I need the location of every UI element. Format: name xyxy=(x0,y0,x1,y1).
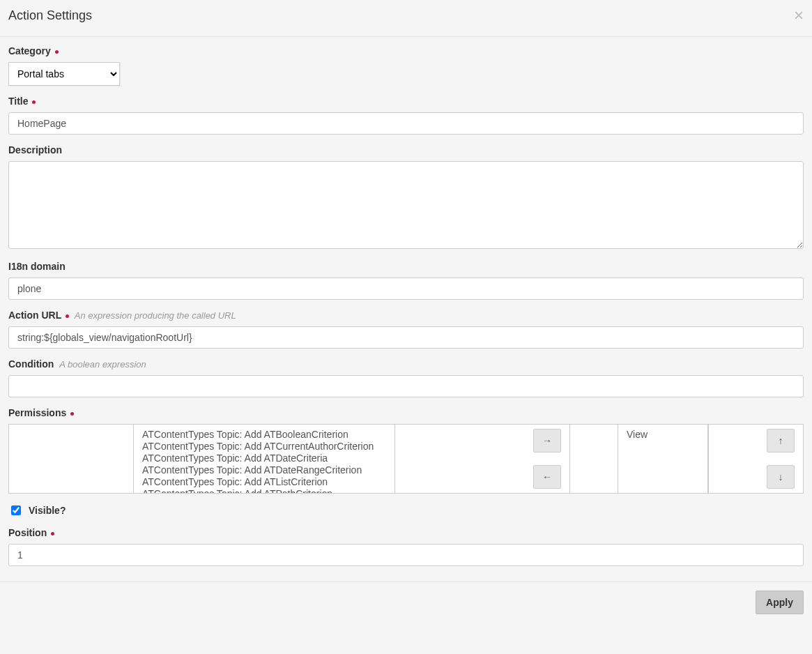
label-condition: Condition A boolean expression xyxy=(8,358,804,370)
required-dot-icon xyxy=(66,314,69,318)
field-category: Category Portal tabs xyxy=(8,45,804,86)
action-url-input[interactable] xyxy=(8,326,804,349)
position-input[interactable] xyxy=(8,544,804,566)
dialog-footer: Apply xyxy=(0,581,812,623)
list-item[interactable]: View xyxy=(627,429,699,440)
label-text: Action URL xyxy=(8,310,61,321)
label-text: Position xyxy=(8,527,47,538)
dialog-title: Action Settings xyxy=(8,8,92,23)
label-category: Category xyxy=(8,45,804,56)
label-position: Position xyxy=(8,527,804,538)
field-action-url: Action URL An expression producing the c… xyxy=(8,310,804,349)
apply-button[interactable]: Apply xyxy=(756,591,804,614)
permissions-widget: ATContentTypes Topic: Add ATBooleanCrite… xyxy=(8,424,804,494)
list-item[interactable]: ATContentTypes Topic: Add ATBooleanCrite… xyxy=(142,429,386,441)
arrow-up-icon: ↑ xyxy=(779,435,783,446)
arrow-right-icon: → xyxy=(542,435,552,446)
close-icon[interactable]: × xyxy=(794,7,804,24)
label-text: Condition xyxy=(8,358,54,370)
field-condition: Condition A boolean expression xyxy=(8,358,804,397)
label-i18n-domain: I18n domain xyxy=(8,261,804,272)
label-description: Description xyxy=(8,144,804,155)
label-action-url: Action URL An expression producing the c… xyxy=(8,310,804,321)
list-item[interactable]: ATContentTypes Topic: Add ATListCriterio… xyxy=(142,476,386,488)
field-description: Description xyxy=(8,144,804,251)
label-title: Title xyxy=(8,96,804,107)
visible-checkbox[interactable] xyxy=(11,505,21,515)
permissions-spacer-left xyxy=(9,425,133,493)
label-text: Title xyxy=(8,96,29,107)
list-item[interactable]: ATContentTypes Topic: Add ATDateCriteria xyxy=(142,453,386,464)
move-right-button[interactable]: → xyxy=(533,429,561,453)
required-dot-icon xyxy=(51,532,54,535)
field-i18n-domain: I18n domain xyxy=(8,261,804,300)
arrow-left-icon: ← xyxy=(542,471,552,482)
arrow-down-icon: ↓ xyxy=(779,471,783,482)
list-item[interactable]: ATContentTypes Topic: Add ATPathCriterio… xyxy=(142,488,386,493)
dialog-body: Category Portal tabs Title Description I… xyxy=(0,37,812,581)
dialog-header: Action Settings × xyxy=(0,0,812,37)
move-left-button[interactable]: ← xyxy=(533,465,561,489)
field-permissions: Permissions ATContentTypes Topic: Add AT… xyxy=(8,407,804,494)
title-input[interactable] xyxy=(8,112,804,135)
label-visible: Visible? xyxy=(29,505,66,516)
required-dot-icon xyxy=(70,412,74,416)
label-text: Permissions xyxy=(8,407,66,418)
permissions-available-list[interactable]: ATContentTypes Topic: Add ATBooleanCrite… xyxy=(133,425,395,493)
label-text: Category xyxy=(8,45,51,56)
label-permissions: Permissions xyxy=(8,407,804,418)
action-settings-dialog: Action Settings × Category Portal tabs T… xyxy=(0,0,812,623)
move-down-button[interactable]: ↓ xyxy=(767,465,795,489)
permissions-selected-list[interactable]: View xyxy=(618,425,708,493)
hint-condition: A boolean expression xyxy=(59,359,146,370)
permissions-transfer-buttons: → ← xyxy=(395,425,569,493)
hint-action-url: An expression producing the called URL xyxy=(75,310,236,321)
required-dot-icon xyxy=(55,50,59,54)
category-select[interactable]: Portal tabs xyxy=(8,62,120,86)
description-textarea[interactable] xyxy=(8,161,804,249)
field-position: Position xyxy=(8,527,804,566)
permissions-order-buttons: ↑ ↓ xyxy=(709,425,803,493)
required-dot-icon xyxy=(32,100,36,104)
field-visible: Visible? xyxy=(8,503,804,517)
permissions-selected-wrap: View xyxy=(569,425,709,493)
list-item[interactable]: ATContentTypes Topic: Add ATCurrentAutho… xyxy=(142,441,386,453)
i18n-domain-input[interactable] xyxy=(8,277,804,300)
field-title: Title xyxy=(8,96,804,135)
condition-input[interactable] xyxy=(8,375,804,397)
move-up-button[interactable]: ↑ xyxy=(767,429,795,453)
list-item[interactable]: ATContentTypes Topic: Add ATDateRangeCri… xyxy=(142,464,386,476)
